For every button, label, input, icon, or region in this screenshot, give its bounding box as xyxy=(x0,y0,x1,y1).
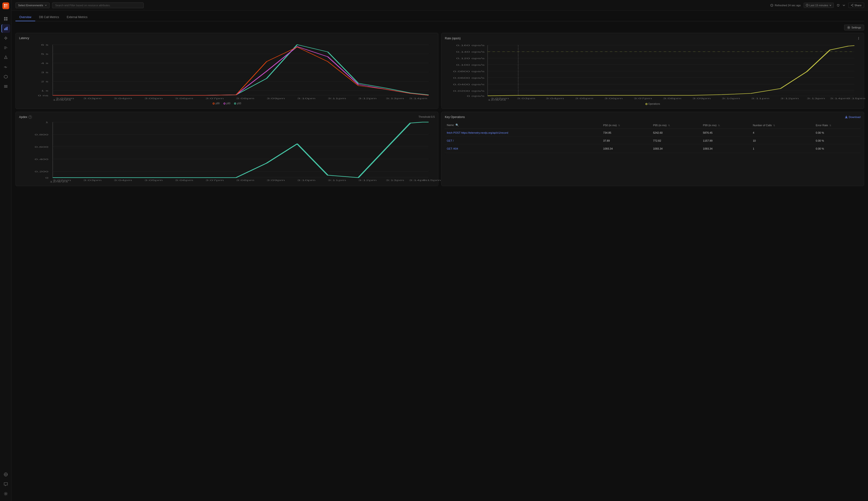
svg-point-14 xyxy=(4,38,5,39)
download-button[interactable]: Download xyxy=(845,116,860,118)
time-range-selector[interactable]: Last 15 minutes xyxy=(804,3,834,8)
svg-rect-17 xyxy=(6,58,6,58)
chevron-down-icon-time xyxy=(829,4,832,7)
share-button[interactable]: Share xyxy=(848,3,864,8)
row3-p50: 1093.34 xyxy=(601,145,651,153)
row3-p99: 1093.34 xyxy=(701,145,751,153)
search-placeholder: Search and Filter based on resource attr… xyxy=(55,4,110,7)
sidebar-icon-messages[interactable] xyxy=(1,480,10,489)
svg-text:0.100 ops/s: 0.100 ops/s xyxy=(456,64,485,66)
row1-error-rate: 0.00 % xyxy=(814,129,860,137)
svg-rect-20 xyxy=(4,86,8,87)
col-calls[interactable]: Number of Calls ⇅ xyxy=(751,121,814,129)
share-label: Share xyxy=(855,4,861,7)
tab-overview[interactable]: Overview xyxy=(15,13,35,21)
sidebar-icon-testing[interactable] xyxy=(1,72,10,81)
search-icon-small[interactable]: 🔍 xyxy=(455,124,459,127)
sidebar-icon-dashboard[interactable] xyxy=(1,14,10,23)
svg-rect-3 xyxy=(6,6,8,8)
svg-text:3:15pm: 3:15pm xyxy=(847,97,865,100)
svg-text:3:10pm: 3:10pm xyxy=(297,179,316,181)
app-logo[interactable] xyxy=(2,2,9,9)
sidebar-icon-alerts[interactable] xyxy=(1,53,10,62)
apdex-help-icon[interactable]: ? xyxy=(29,115,32,119)
row2-p95: 772.82 xyxy=(651,137,701,145)
svg-text:3:05pm: 3:05pm xyxy=(144,97,163,100)
svg-rect-5 xyxy=(6,17,8,19)
svg-text:3:12pm: 3:12pm xyxy=(358,97,377,100)
col-p95[interactable]: P95 (in ms) ⇅ xyxy=(651,121,701,129)
col-p50[interactable]: P50 (in ms) ⇅ xyxy=(601,121,651,129)
row3-name[interactable]: GET /404 xyxy=(445,145,601,153)
svg-line-32 xyxy=(851,5,853,6)
svg-rect-0 xyxy=(4,4,6,6)
time-range-label: Last 15 minutes xyxy=(810,4,828,7)
svg-text:3:07pm: 3:07pm xyxy=(634,97,652,100)
search-input[interactable]: Search and Filter based on resource attr… xyxy=(52,2,144,8)
col-error-rate[interactable]: Error Rate ⇅ xyxy=(814,121,860,129)
tab-db-call-metrics[interactable]: DB Call Metrics xyxy=(35,13,63,21)
apdex-svg: 1 0.800 0.600 0.400 0.200 0 3:02pm 12/8/… xyxy=(19,120,435,182)
sidebar-icon-list[interactable] xyxy=(1,82,10,91)
svg-point-29 xyxy=(853,6,853,7)
rate-chart-area: 0.160 ops/s 0.140 ops/s 0.120 ops/s 0.10… xyxy=(445,43,860,100)
svg-rect-8 xyxy=(4,29,5,30)
row2-name[interactable]: GET / xyxy=(445,137,601,145)
col-p99[interactable]: P99 (in ms) ⇅ xyxy=(701,121,751,129)
svg-point-65 xyxy=(858,39,859,40)
rate-chart-panel: Rate (ops/s) xyxy=(441,33,864,109)
sidebar-icon-pipeline[interactable] xyxy=(1,63,10,72)
tab-external-metrics[interactable]: External Metrics xyxy=(63,13,91,21)
svg-marker-18 xyxy=(4,75,8,78)
settings-label: Settings xyxy=(851,26,861,29)
legend-p90: p90 xyxy=(223,102,231,105)
table-header-row: Key Operations Download xyxy=(445,115,860,119)
svg-text:12/8/24: 12/8/24 xyxy=(487,99,506,101)
svg-text:3:08pm: 3:08pm xyxy=(663,97,681,100)
topbar-left: Select Environment/s Search and Filter b… xyxy=(15,2,144,8)
svg-text:12/8/24: 12/8/24 xyxy=(53,99,71,101)
svg-text:3:11pm: 3:11pm xyxy=(751,97,769,100)
svg-text:3:14pm: 3:14pm xyxy=(830,97,848,100)
sidebar-icon-chart[interactable] xyxy=(1,24,10,33)
svg-rect-21 xyxy=(4,87,8,88)
sidebar-icon-settings[interactable] xyxy=(1,489,10,498)
sort-icon-p50: ⇅ xyxy=(618,124,620,127)
rate-chart-title: Rate (ops/s) xyxy=(445,36,860,40)
svg-text:3:13pm: 3:13pm xyxy=(386,179,404,181)
svg-text:0.200: 0.200 xyxy=(35,170,48,173)
svg-rect-9 xyxy=(6,28,6,30)
legend-p99: p99 xyxy=(213,102,220,105)
svg-text:3:07pm: 3:07pm xyxy=(206,97,224,100)
more-options-icon[interactable] xyxy=(857,36,860,40)
svg-point-63 xyxy=(858,37,859,38)
legend-p50: p50 xyxy=(234,102,241,105)
svg-text:3:12pm: 3:12pm xyxy=(780,97,799,100)
row1-name[interactable]: fetch POST https://telemetry.nextjs.org/… xyxy=(445,129,601,137)
settings-button[interactable]: Settings xyxy=(844,25,864,30)
svg-text:3:03pm: 3:03pm xyxy=(83,97,101,100)
svg-text:3:05pm: 3:05pm xyxy=(575,97,593,100)
svg-rect-16 xyxy=(6,57,6,58)
svg-text:3:04pm: 3:04pm xyxy=(114,97,132,100)
svg-text:3:13pm: 3:13pm xyxy=(807,97,825,100)
environment-selector[interactable]: Select Environment/s xyxy=(15,2,50,8)
svg-text:3:08pm: 3:08pm xyxy=(236,179,254,181)
sidebar-icon-integrations[interactable] xyxy=(1,470,10,479)
dropdown-icon[interactable] xyxy=(843,4,845,7)
table-row: fetch POST https://telemetry.nextjs.org/… xyxy=(445,129,860,137)
svg-rect-10 xyxy=(7,27,8,30)
svg-text:3:09pm: 3:09pm xyxy=(692,97,711,100)
download-label: Download xyxy=(849,116,860,118)
row3-error-rate: 0.00 % xyxy=(814,145,860,153)
sidebar-icon-service[interactable] xyxy=(1,34,10,42)
refresh-icon[interactable] xyxy=(837,4,839,7)
svg-text:6 s: 6 s xyxy=(41,44,48,46)
svg-text:0.400: 0.400 xyxy=(35,158,48,160)
svg-text:5 s: 5 s xyxy=(41,53,48,55)
row2-p99: 1157.99 xyxy=(701,137,751,145)
svg-text:2 s: 2 s xyxy=(41,81,48,83)
svg-text:0.140 ops/s: 0.140 ops/s xyxy=(456,51,485,53)
clock-icon xyxy=(770,4,773,7)
sidebar-icon-traces[interactable] xyxy=(1,43,10,52)
